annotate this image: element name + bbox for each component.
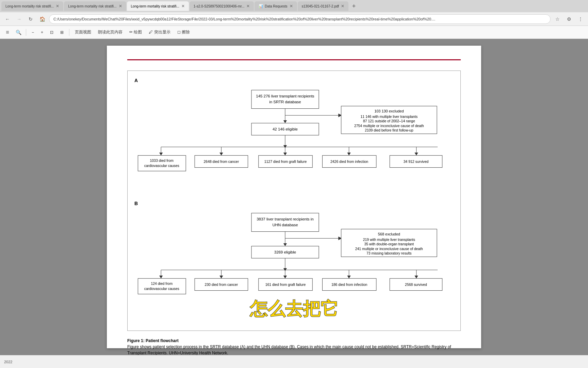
svg-text:UHN database: UHN database [272, 223, 298, 227]
highlight-label: 🖊 突出显示 [149, 29, 170, 35]
caption-title: Figure 1: Patient flowchart [127, 338, 179, 343]
erase-button[interactable]: ◻ 擦除 [175, 28, 193, 36]
decorative-red-line [127, 59, 461, 60]
new-tab-button[interactable]: + [349, 1, 359, 11]
svg-text:219 with multiple liver transp: 219 with multiple liver transplants [363, 238, 415, 242]
toolbar-sep-1 [26, 29, 26, 36]
section-a-label: A [134, 78, 454, 83]
tab-5-icon: 📊 [259, 4, 263, 9]
section-a-svg: 145 276 liver transplant recipients in S… [134, 87, 454, 186]
svg-text:34 912 survived: 34 912 survived [404, 160, 429, 164]
svg-rect-0 [251, 90, 319, 108]
page-view-label: 页面视图 [75, 29, 91, 35]
tab-1-close[interactable]: ✕ [56, 4, 59, 9]
tab-6-close[interactable]: ✕ [341, 4, 344, 9]
svg-marker-19 [159, 153, 163, 155]
zoom-fit-button[interactable]: ⊡ [47, 29, 56, 36]
back-button[interactable]: ← [3, 14, 12, 24]
svg-text:186 died from infection: 186 died from infection [331, 283, 367, 287]
svg-text:568 excluded: 568 excluded [378, 232, 400, 236]
tab-2-close[interactable]: ✕ [119, 4, 122, 9]
svg-text:cardiovascular causes: cardiovascular causes [144, 164, 179, 168]
zoom-page-button[interactable]: ⊞ [58, 29, 66, 36]
flowchart-container: A 145 276 liver transplant recipients in… [127, 71, 461, 331]
draw-label: ✏ 绘图 [129, 29, 142, 35]
section-b-svg: 3837 liver transplant recipients in UHN … [134, 210, 454, 309]
section-b: B 3837 liver transplant recipients in UH… [134, 201, 454, 310]
svg-marker-21 [219, 153, 223, 155]
svg-text:87 121 outside of 2002–14 rang: 87 121 outside of 2002–14 range [363, 119, 415, 123]
home-button[interactable]: 🏠 [37, 14, 47, 24]
svg-marker-23 [283, 153, 287, 155]
tab-4[interactable]: 1-s2.0-S2589750021000406-mr... ✕ [190, 1, 254, 11]
svg-text:3269 eligible: 3269 eligible [274, 250, 296, 254]
tab-5[interactable]: 📊 Data Requests ✕ [255, 1, 297, 11]
svg-marker-4 [283, 120, 287, 123]
svg-text:3837 liver transplant recipien: 3837 liver transplant recipients in [257, 217, 313, 221]
svg-text:161 died from graft failure: 161 died from graft failure [265, 283, 306, 287]
svg-marker-64 [347, 276, 350, 278]
menu-button[interactable]: ⋮ [576, 14, 585, 24]
svg-marker-62 [283, 276, 287, 278]
svg-text:103 130 excluded: 103 130 excluded [374, 109, 404, 113]
page-view-button[interactable]: 页面视图 [72, 28, 94, 36]
svg-text:230 died from cancer: 230 died from cancer [205, 283, 238, 287]
tab-6[interactable]: s13045-021-01167-2.pdf ✕ [298, 1, 349, 11]
svg-marker-43 [283, 243, 287, 246]
address-bar[interactable]: C:/Users/onekey/Documents/WeChat%20Files… [49, 14, 551, 24]
extensions-button[interactable]: ⚙ [564, 14, 574, 24]
svg-text:2426 died from infection: 2426 died from infection [330, 160, 368, 164]
svg-text:42 146 eligible: 42 146 eligible [273, 127, 298, 131]
svg-text:2109 died before first follow-: 2109 died before first follow-up [365, 128, 413, 132]
forward-button[interactable]: → [14, 14, 24, 24]
svg-text:241 multiple or inconclusive c: 241 multiple or inconclusive cause of de… [355, 247, 423, 251]
svg-text:in SRTR database: in SRTR database [269, 100, 301, 104]
content-area[interactable]: A 145 276 liver transplant recipients in… [0, 39, 588, 355]
svg-marker-25 [347, 153, 350, 155]
svg-marker-60 [219, 276, 223, 278]
svg-text:2568 survived: 2568 survived [405, 283, 427, 287]
svg-text:11 146 with multiple liver tra: 11 146 with multiple liver transplants [360, 115, 418, 119]
svg-text:cardiovascular causes: cardiovascular causes [144, 287, 179, 290]
overlay-chinese-text: 怎么去把它 [250, 297, 338, 321]
tab-2[interactable]: Long-term mortality risk stratifi... ✕ [64, 1, 126, 11]
tab-5-label: Data Requests [265, 4, 287, 8]
caption-text: Figure shows patient selection process i… [127, 344, 451, 355]
tab-4-close[interactable]: ✕ [246, 4, 250, 9]
bookmark-button[interactable]: ☆ [553, 14, 562, 24]
svg-text:1127 died from graft failure: 1127 died from graft failure [264, 160, 307, 164]
status-text: 2022 [4, 360, 12, 364]
tab-3-close[interactable]: ✕ [181, 4, 185, 9]
tab-2-label: Long-term mortality risk stratifi... [68, 4, 116, 8]
svg-text:2648 died from cancer: 2648 died from cancer [204, 160, 239, 164]
read-aloud-label: 朗读此页内容 [98, 29, 122, 35]
highlight-button[interactable]: 🖊 突出显示 [146, 28, 173, 36]
reload-button[interactable]: ↻ [26, 14, 35, 24]
pdf-toolbar: ≡ 🔍 − + ⊡ ⊞ 页面视图 朗读此页内容 ✏ 绘图 🖊 突出显示 ◻ 擦除 [0, 26, 588, 39]
tab-1[interactable]: Long-term mortality risk stratifi... ✕ [1, 1, 63, 11]
svg-marker-58 [159, 276, 163, 278]
svg-text:35 with double-organ transplan: 35 with double-organ transplant [364, 242, 414, 246]
pdf-page: A 145 276 liver transplant recipients in… [107, 46, 481, 348]
zoom-out-button[interactable]: − [29, 29, 37, 36]
sidebar-toggle[interactable]: ≡ [3, 28, 12, 37]
svg-text:73 missing laboratory results: 73 missing laboratory results [366, 251, 411, 255]
tab-1-label: Long-term mortality risk stratifi... [5, 4, 54, 8]
svg-text:124 died from: 124 died from [151, 282, 173, 286]
tab-bar: Long-term mortality risk stratifi... ✕ L… [0, 0, 588, 12]
status-bar: 2022 [0, 355, 588, 368]
zoom-in-button[interactable]: + [38, 29, 46, 36]
search-pdf-button[interactable]: 🔍 [14, 28, 23, 37]
read-aloud-button[interactable]: 朗读此页内容 [95, 28, 125, 36]
svg-text:145 276 liver transplant recip: 145 276 liver transplant recipients [256, 94, 314, 98]
figure-caption: Figure 1: Patient flowchart Figure shows… [127, 338, 461, 355]
draw-button[interactable]: ✏ 绘图 [127, 28, 145, 36]
section-a: A 145 276 liver transplant recipients in… [134, 78, 454, 187]
svg-marker-66 [414, 276, 418, 278]
tab-3[interactable]: Long-term mortality risk stratifi... ✕ [127, 1, 189, 11]
svg-text:2754 multiple or inconclusive : 2754 multiple or inconclusive cause of d… [354, 124, 424, 128]
svg-rect-67 [138, 278, 186, 294]
address-text: C:/Users/onekey/Documents/WeChat%20Files… [53, 17, 435, 21]
tab-5-close[interactable]: ✕ [290, 4, 293, 9]
tab-4-label: 1-s2.0-S2589750021000406-mr... [194, 4, 245, 8]
